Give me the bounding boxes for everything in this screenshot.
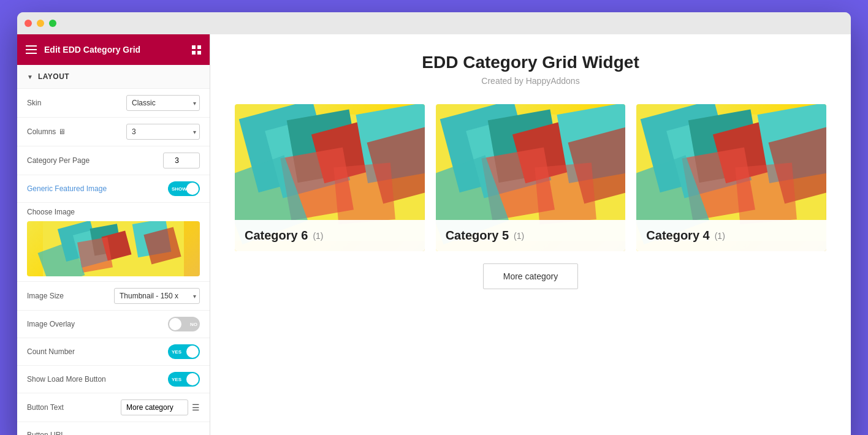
skin-select-wrapper[interactable]: Classic Modern Minimal	[126, 95, 200, 111]
skin-select[interactable]: Classic Modern Minimal	[126, 95, 200, 111]
image-overlay-row: Image Overlay NO	[17, 311, 210, 338]
grid-icon[interactable]	[192, 45, 201, 55]
sidebar-title: Edit EDD Category Grid	[44, 45, 140, 55]
image-overlay-toggle[interactable]: NO	[168, 317, 200, 331]
generic-featured-image-row: Generic Featured Image SHOW	[17, 175, 210, 203]
category-name-2: Category 5	[446, 229, 509, 243]
category-name-3: Category 4	[646, 229, 709, 243]
choose-image-label: Choose Image	[27, 208, 200, 216]
hamburger-icon[interactable]	[26, 45, 37, 54]
show-load-more-row: Show Load More Button YES	[17, 366, 210, 393]
layout-section-label: Layout	[38, 72, 69, 81]
button-url-label: Button URL	[27, 431, 65, 436]
maximize-button[interactable]	[49, 20, 56, 27]
toggle-on-text: SHOW	[172, 186, 187, 192]
chevron-down-icon: ▼	[27, 74, 33, 80]
button-text-row: Button Text ☰	[17, 393, 210, 422]
choose-image-row: Choose Image	[17, 203, 210, 282]
skin-label: Skin	[27, 99, 41, 107]
sidebar-header: Edit EDD Category Grid	[17, 34, 210, 65]
category-card-label-2: Category 5 (1)	[436, 220, 626, 251]
category-name-1: Category 6	[245, 229, 308, 243]
columns-row: Columns 🖥 123456	[17, 118, 210, 146]
category-count-2: (1)	[514, 231, 524, 241]
section-header[interactable]: ▼ Layout	[17, 65, 210, 89]
count-number-row: Count Number YES	[17, 338, 210, 366]
minimize-button[interactable]	[37, 20, 44, 27]
category-count-3: (1)	[715, 231, 725, 241]
toggle-yes-text: YES	[172, 349, 181, 355]
image-size-select-wrapper[interactable]: Thumbnail - 150 x Medium Large Full	[114, 288, 200, 304]
generic-featured-image-label: Generic Featured Image	[27, 184, 107, 193]
main-content: EDD Category Grid Widget Created by Happ…	[210, 34, 851, 435]
app-body: Edit EDD Category Grid ▼ Layout Skin	[17, 34, 851, 435]
image-overlay-label: Image Overlay	[27, 320, 75, 328]
load-more-button[interactable]: More category	[483, 263, 578, 289]
category-card-label-1: Category 6 (1)	[235, 220, 425, 251]
app-window: Edit EDD Category Grid ▼ Layout Skin	[17, 12, 851, 435]
sidebar-header-left: Edit EDD Category Grid	[26, 45, 140, 55]
category-card-label-3: Category 4 (1)	[636, 220, 826, 251]
columns-select-wrapper[interactable]: 123456	[126, 124, 200, 140]
image-size-select[interactable]: Thumbnail - 150 x Medium Large Full	[114, 288, 200, 304]
toggle-off-text: NO	[190, 322, 197, 327]
category-card-3[interactable]: Category 4 (1)	[636, 104, 826, 251]
button-text-input-wrapper: ☰	[121, 399, 200, 415]
widget-subtitle: Created by HappyAddons	[235, 76, 826, 86]
image-size-row: Image Size Thumbnail - 150 x Medium Larg…	[17, 282, 210, 311]
svg-rect-18	[333, 162, 395, 224]
columns-select[interactable]: 123456	[126, 124, 200, 140]
count-number-label: Count Number	[27, 347, 75, 356]
close-button[interactable]	[25, 20, 32, 27]
image-preview[interactable]	[27, 221, 200, 276]
toggle-yes-text2: YES	[172, 377, 181, 382]
button-text-label: Button Text	[27, 403, 64, 412]
monitor-icon: 🖥	[58, 127, 66, 136]
svg-rect-28	[535, 162, 596, 224]
list-icon[interactable]: ☰	[192, 403, 200, 412]
generic-featured-image-toggle[interactable]: SHOW	[168, 181, 200, 196]
count-number-toggle[interactable]: YES	[168, 344, 200, 359]
category-per-page-input[interactable]	[163, 153, 200, 168]
category-per-page-label: Category Per Page	[27, 156, 89, 165]
show-load-more-label: Show Load More Button	[27, 375, 106, 384]
category-count-1: (1)	[313, 231, 323, 241]
category-grid: Category 6 (1)	[235, 104, 826, 251]
widget-title: EDD Category Grid Widget	[235, 53, 826, 72]
columns-label-text: Columns 🖥	[27, 127, 66, 136]
sidebar: Edit EDD Category Grid ▼ Layout Skin	[17, 34, 210, 435]
category-card-2[interactable]: Category 5 (1)	[436, 104, 626, 251]
button-url-row: Button URL	[17, 422, 210, 435]
form-area: Skin Classic Modern Minimal Columns 🖥	[17, 89, 210, 435]
titlebar	[17, 12, 851, 34]
category-card[interactable]: Category 6 (1)	[235, 104, 425, 251]
show-load-more-toggle[interactable]: YES	[168, 372, 200, 387]
svg-rect-38	[736, 162, 798, 224]
load-more-row: More category	[235, 263, 826, 289]
button-text-input[interactable]	[121, 399, 188, 415]
skin-row: Skin Classic Modern Minimal	[17, 89, 210, 118]
category-per-page-row: Category Per Page	[17, 146, 210, 175]
image-size-label: Image Size	[27, 292, 64, 300]
svg-rect-5	[77, 237, 113, 273]
